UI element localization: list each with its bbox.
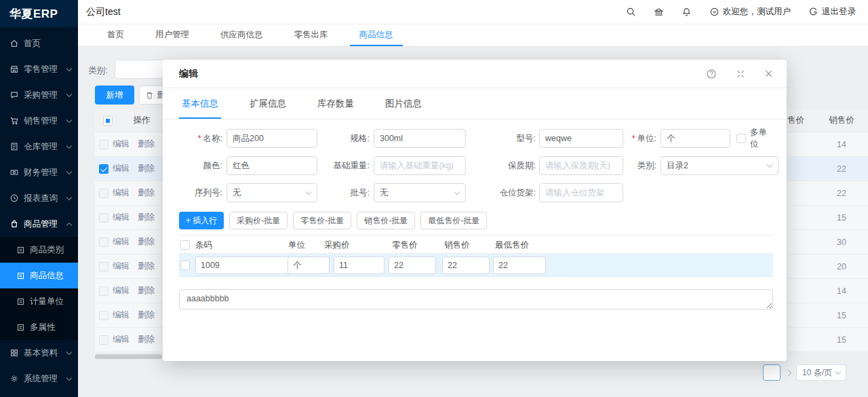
row-checkbox[interactable] (99, 335, 108, 345)
close-icon[interactable] (764, 69, 773, 78)
search-icon[interactable] (626, 7, 636, 17)
sale-price-input[interactable] (442, 257, 490, 274)
delete-link[interactable]: 删除 (138, 138, 155, 150)
delete-link[interactable]: 删除 (138, 163, 155, 174)
help-icon[interactable] (706, 69, 717, 79)
tab-extended-info[interactable]: 扩展信息 (247, 88, 289, 119)
sidebar-item-product-category[interactable]: 商品类别 (0, 237, 78, 263)
tab-home[interactable]: 首页 (98, 24, 134, 46)
rack-input[interactable] (539, 183, 623, 202)
base-weight-input[interactable] (374, 156, 466, 175)
unit-cell-input[interactable] (288, 257, 330, 274)
bell-icon[interactable] (682, 7, 692, 17)
delete-link[interactable]: 删除 (138, 236, 155, 248)
low-price-input[interactable] (493, 257, 546, 274)
edit-link[interactable]: 编辑 (113, 285, 130, 297)
insert-row-button[interactable]: + 插入行 (179, 212, 224, 229)
edit-link[interactable]: 编辑 (113, 334, 130, 345)
edit-modal: 编辑 基本信息 扩展信息 库存数量 图片信息 名称: 规格: 型号: 单位: (163, 60, 787, 361)
fullscreen-icon[interactable] (736, 69, 745, 79)
edit-link[interactable]: 编辑 (113, 138, 130, 150)
sidebar-item-sales[interactable]: 销售管理 (0, 108, 78, 134)
name-input[interactable] (226, 129, 317, 148)
gear-icon (9, 374, 19, 383)
delete-link[interactable]: 删除 (138, 212, 155, 223)
page-size-select[interactable]: 10 条/页 (796, 364, 846, 381)
sidebar-item-warehouse[interactable]: 仓库管理 (0, 134, 78, 159)
low-price-batch-button[interactable]: 最低售价-批量 (420, 212, 487, 229)
row-checkbox[interactable] (180, 261, 190, 270)
remark-textarea[interactable]: aaaabbbbb (179, 289, 773, 309)
sidebar-item-finance[interactable]: 财务管理 (0, 159, 78, 185)
tab-stock-quantity[interactable]: 库存数量 (315, 88, 357, 119)
bag-icon (9, 219, 19, 229)
tab-basic-info[interactable]: 基本信息 (179, 88, 221, 119)
sidebar-item-retail[interactable]: 零售管理 (0, 56, 78, 82)
barcode-input[interactable] (195, 257, 296, 274)
page-number-box[interactable] (763, 364, 781, 381)
logout-button[interactable]: 退出登录 (808, 6, 856, 18)
background-table-left: 操作 编辑删除 编辑删除 编辑删除 编辑删除 编辑删除 编辑删除 编辑删除 编辑… (95, 109, 163, 352)
model-input[interactable] (539, 129, 623, 148)
select-all-checkbox[interactable] (103, 116, 113, 126)
row-checkbox[interactable] (99, 286, 108, 296)
spec-input[interactable] (374, 129, 466, 148)
sidebar-item-purchase[interactable]: 采购管理 (0, 82, 78, 108)
row-checkbox[interactable] (99, 164, 108, 174)
delete-link[interactable]: 删除 (138, 187, 155, 199)
tab-retail-outbound[interactable]: 零售出库 (285, 24, 338, 46)
category-select[interactable]: 目录2 (660, 156, 778, 175)
bank-icon[interactable] (654, 7, 664, 17)
next-page-icon[interactable] (785, 369, 792, 376)
square-list-icon (16, 297, 25, 306)
sale-price-cell: 14 (814, 140, 868, 149)
sale-price-cell: 22 (814, 164, 868, 174)
sale-batch-button[interactable]: 销售价-批量 (357, 212, 415, 229)
row-checkbox[interactable] (99, 213, 108, 223)
unit-input[interactable] (660, 129, 730, 148)
row-checkbox[interactable] (99, 262, 108, 271)
user-menu[interactable]: 欢迎您，测试用户 (709, 6, 791, 18)
edit-link[interactable]: 编辑 (113, 309, 130, 321)
tab-product-info[interactable]: 商品信息 (350, 24, 403, 46)
color-input[interactable] (226, 156, 317, 175)
add-button[interactable]: 新增 (95, 86, 134, 105)
multi-unit-checkbox[interactable]: 多单位 (736, 129, 770, 148)
edit-link[interactable]: 编辑 (113, 163, 130, 174)
row-checkbox[interactable] (99, 189, 108, 198)
sidebar-item-multi-attribute[interactable]: 多属性 (0, 314, 78, 340)
edit-link[interactable]: 编辑 (113, 261, 130, 272)
sidebar-item-system[interactable]: 系统管理 (0, 366, 78, 392)
row-checkbox[interactable] (99, 311, 108, 320)
serial-select[interactable]: 无 (226, 183, 317, 202)
delete-link[interactable]: 删除 (138, 285, 155, 297)
sidebar-item-product-info[interactable]: 商品信息 (0, 263, 78, 288)
row-checkbox[interactable] (99, 238, 108, 247)
sidebar-item-measure-unit[interactable]: 计量单位 (0, 288, 78, 314)
square-list-icon (16, 323, 25, 332)
tab-picture-info[interactable]: 图片信息 (382, 88, 425, 119)
shelf-life-input[interactable] (539, 156, 623, 175)
delete-link[interactable]: 删除 (138, 334, 155, 345)
tab-supplier-info[interactable]: 供应商信息 (211, 24, 273, 46)
sidebar-item-reports[interactable]: 报表查询 (0, 185, 78, 211)
sidebar-item-basic-data[interactable]: 基本资料 (0, 340, 78, 366)
sale-price-header: 销售价 (814, 115, 868, 126)
purchase-batch-button[interactable]: 采购价-批量 (229, 212, 288, 229)
batch-select[interactable]: 无 (374, 183, 466, 202)
horizontal-scrollbar[interactable] (95, 354, 162, 359)
purchase-price-input[interactable] (334, 257, 384, 274)
unit-label: 单位: (616, 129, 656, 148)
tab-user-management[interactable]: 用户管理 (146, 24, 199, 46)
row-checkbox[interactable] (99, 140, 108, 149)
delete-link[interactable]: 删除 (138, 309, 155, 321)
select-all-checkbox[interactable] (180, 240, 190, 250)
edit-link[interactable]: 编辑 (113, 236, 130, 248)
sidebar-item-products[interactable]: 商品管理 (0, 211, 78, 237)
retail-batch-button[interactable]: 零售价-批量 (293, 212, 351, 229)
retail-price-input[interactable] (389, 257, 436, 274)
edit-link[interactable]: 编辑 (113, 187, 130, 199)
sidebar-item-home[interactable]: 首页 (0, 31, 78, 56)
edit-link[interactable]: 编辑 (113, 212, 130, 223)
delete-link[interactable]: 删除 (138, 261, 155, 272)
